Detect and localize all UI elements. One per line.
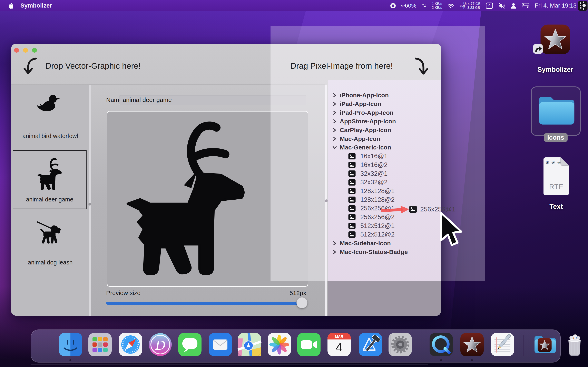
tree-row[interactable]: 512x512@1: [328, 221, 441, 230]
tree-row[interactable]: iPad-App-Icon: [328, 100, 441, 108]
desktop-icon-label: Text: [526, 203, 587, 210]
mem-label: MEM: [459, 5, 462, 7]
calendar-status-day: 4: [486, 3, 493, 8]
drag-pixel-title: Drag Pixel-Image from here!: [290, 61, 393, 71]
control-center-icon[interactable]: [522, 3, 529, 8]
tree-row[interactable]: CarPlay-App-Icon: [328, 126, 441, 134]
disclosure-chevron-icon[interactable]: [333, 145, 340, 150]
dock-facetime[interactable]: [297, 333, 321, 357]
curved-down-arrow-icon: [414, 57, 430, 78]
deer-icon: [35, 157, 65, 192]
disclosure-chevron-icon[interactable]: [333, 128, 340, 132]
tree-row[interactable]: iPhone-App-Icon: [328, 91, 441, 100]
sidebar-item-deer-selected[interactable]: animal deer game: [13, 150, 86, 209]
tree-row-label: iPad-Pro-App-Icon: [340, 109, 393, 116]
cpu-status[interactable]: CPU 60%: [401, 2, 416, 9]
tree-row[interactable]: 16x16@1: [328, 152, 441, 161]
tree-row[interactable]: 32x32@2: [328, 178, 441, 187]
tree-row[interactable]: AppStore-App-Icon: [328, 117, 441, 126]
tree-row-label: 128x128@1: [360, 187, 395, 195]
stop-record-icon[interactable]: [390, 3, 396, 8]
tree-row-label: AppStore-App-Icon: [340, 118, 396, 125]
net-down: 2 KB/s: [432, 6, 442, 9]
tree-row-label: 512x512@2: [360, 231, 395, 238]
preview-size-slider-track[interactable]: [106, 302, 303, 305]
tree-row-label: Mac-Generic-Icon: [340, 144, 391, 151]
tree-row[interactable]: Mac-Icon-Status-Badge: [328, 248, 441, 256]
apple-menu[interactable]: [8, 3, 13, 9]
disclosure-chevron-icon[interactable]: [333, 241, 340, 245]
dock-calendar[interactable]: MAR 4: [327, 333, 351, 357]
pane-splitter-handle[interactable]: [325, 200, 328, 202]
tree-row[interactable]: 16x16@2: [328, 161, 441, 169]
sidebar-item-label[interactable]: animal dog leash: [11, 259, 89, 266]
dock-trash[interactable]: [562, 333, 587, 357]
memory-status[interactable]: MEM U: 4,77 GB F: 3,23 GB: [459, 2, 480, 9]
dock-xcode[interactable]: [358, 333, 382, 357]
dock-messages[interactable]: [178, 333, 202, 357]
desktop-icon-icons-folder[interactable]: Icons: [531, 86, 581, 136]
tree-row[interactable]: 32x32@1: [328, 169, 441, 178]
tree-row[interactable]: 512x512@2: [328, 230, 441, 239]
menu-bar-clock[interactable]: Fri 4. Mar 19:13: [535, 2, 577, 9]
disclosure-chevron-icon[interactable]: [333, 93, 340, 98]
image-file-icon: [348, 231, 356, 238]
dock-launchpad[interactable]: [88, 333, 112, 357]
rtf-marks: ✳ ✳ ✳: [545, 160, 562, 166]
disclosure-chevron-icon[interactable]: [333, 137, 340, 141]
disclosure-chevron-icon[interactable]: [333, 102, 340, 106]
desktop-icon-text-rtf[interactable]: ✳ ✳ ✳ RTF Text: [543, 157, 570, 197]
tree-row[interactable]: Mac-App-Icon: [328, 134, 441, 143]
dock-safari[interactable]: [118, 333, 143, 357]
tree-row[interactable]: iPad-Pro-App-Icon: [328, 108, 441, 117]
mem-used: U: 4,77 GB: [463, 2, 480, 6]
updown-arrows-icon[interactable]: [422, 3, 426, 8]
sidebar-splitter[interactable]: [89, 85, 91, 316]
disclosure-chevron-icon[interactable]: [333, 110, 340, 115]
sidebar-splitter-handle[interactable]: [88, 203, 91, 206]
tree-row-label: Mac-App-Icon: [340, 135, 380, 142]
dock-maps[interactable]: [237, 333, 261, 357]
sidebar-item-bird[interactable]: [32, 91, 65, 118]
network-speed[interactable]: 1 KB/s 2 KB/s: [432, 2, 442, 9]
tree-row[interactable]: Mac-Sidebar-Icon: [328, 239, 441, 248]
dock-mail[interactable]: [208, 333, 232, 357]
disclosure-chevron-icon[interactable]: [333, 119, 340, 124]
corner-app-icon[interactable]: [578, 1, 588, 11]
mouse-cursor: [439, 212, 463, 248]
zoom-button[interactable]: [32, 48, 37, 53]
disclosure-chevron-icon[interactable]: [333, 250, 340, 254]
calendar-status-icon[interactable]: 4: [486, 2, 493, 9]
deer-preview-image: [114, 117, 262, 284]
wifi-icon[interactable]: [447, 3, 454, 8]
dock-textedit[interactable]: [490, 333, 515, 357]
dock-finder[interactable]: [58, 333, 82, 357]
tree-row[interactable]: 128x128@2: [328, 195, 441, 204]
user-icon[interactable]: [511, 3, 516, 9]
tree-row-label: 512x512@1: [360, 222, 395, 230]
symbol-sidebar: animal bird waterfowl animal deer game a…: [11, 85, 89, 316]
tree-row-label: 32x32@1: [360, 170, 388, 177]
sidebar-item-dog[interactable]: [34, 217, 66, 249]
red-drag-arrow: [381, 204, 410, 216]
dock-symbolizer[interactable]: [460, 333, 484, 357]
image-file-icon: [348, 162, 356, 168]
active-app-name[interactable]: Symbolizer: [20, 2, 52, 9]
minimize-button[interactable]: [23, 48, 28, 53]
preview-size-slider-thumb[interactable]: [296, 297, 307, 308]
mute-icon[interactable]: [498, 3, 505, 8]
dock-d-app[interactable]: D: [148, 333, 172, 357]
dock-system-preferences[interactable]: [388, 333, 412, 357]
dock-calendar-month: MAR: [335, 334, 343, 339]
tree-row[interactable]: 128x128@1: [328, 187, 441, 196]
close-button[interactable]: [14, 48, 19, 53]
dock-divider: [390, 335, 391, 356]
status-items: CPU 60% 1 KB/s 2 KB/s MEM U: 4,77 GB F: [390, 0, 577, 11]
dock-quicktime[interactable]: [429, 333, 453, 357]
sidebar-item-label[interactable]: animal bird waterfowl: [11, 133, 89, 140]
dock-symbolizer-folder[interactable]: [532, 333, 557, 357]
desktop-icon-symbolizer[interactable]: Symbolizer: [540, 24, 571, 55]
dock-photos[interactable]: [267, 333, 291, 357]
rtf-badge: RTF: [543, 183, 570, 191]
tree-row[interactable]: Mac-Generic-Icon: [328, 143, 441, 152]
